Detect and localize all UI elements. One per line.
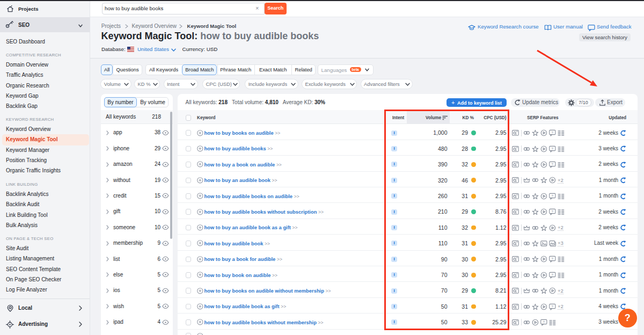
svg-text:?: ? xyxy=(552,257,554,260)
svg-text:?: ? xyxy=(552,272,554,276)
svg-text:?: ? xyxy=(552,304,554,308)
svg-text:?: ? xyxy=(552,162,554,165)
svg-text:?: ? xyxy=(552,130,554,134)
svg-text:?: ? xyxy=(552,146,554,150)
svg-text:?: ? xyxy=(552,193,554,197)
svg-text:?: ? xyxy=(552,209,554,213)
svg-text:?: ? xyxy=(543,319,545,323)
